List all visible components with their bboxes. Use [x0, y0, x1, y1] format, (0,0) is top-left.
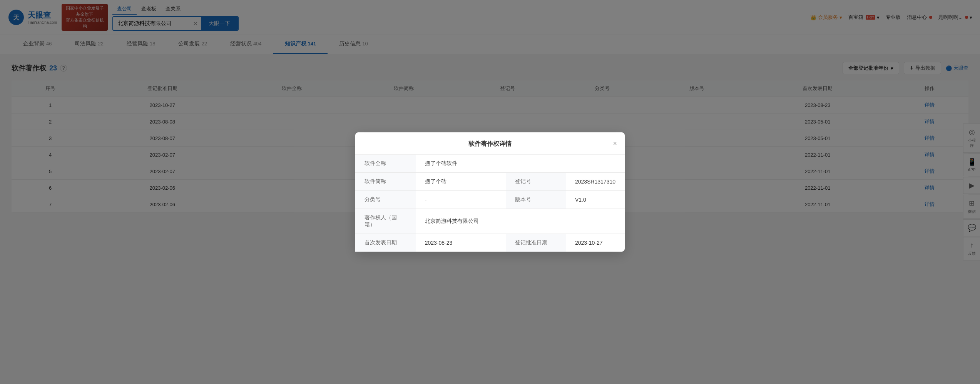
label-fullname: 软件全称	[355, 155, 416, 173]
value-regno: 2023SR1317310	[566, 173, 625, 191]
detail-row-shortname: 软件简称 搬了个砖 登记号 2023SR1317310	[355, 173, 625, 191]
value-shortname: 搬了个砖	[416, 173, 506, 191]
modal-overlay[interactable]: 软件著作权详情 × 软件全称 搬了个砖软件 软件简称 搬了个砖 登记号 2023…	[0, 0, 980, 384]
modal-body: 软件全称 搬了个砖软件 软件简称 搬了个砖 登记号 2023SR1317310 …	[355, 155, 625, 252]
value-pubdate: 2023-08-23	[416, 234, 506, 252]
label-catno: 分类号	[355, 191, 416, 209]
detail-row-pubdate: 首次发表日期 2023-08-23 登记批准日期 2023-10-27	[355, 234, 625, 252]
modal-header: 软件著作权详情 ×	[355, 132, 625, 155]
detail-row-catno: 分类号 - 版本号 V1.0	[355, 191, 625, 209]
detail-table: 软件全称 搬了个砖软件 软件简称 搬了个砖 登记号 2023SR1317310 …	[355, 155, 625, 252]
label-owner: 著作权人（国籍）	[355, 209, 416, 234]
value-owner: 北京简游科技有限公司	[416, 209, 625, 234]
value-catno: -	[416, 191, 506, 209]
value-version: V1.0	[566, 191, 625, 209]
detail-row-fullname: 软件全称 搬了个砖软件	[355, 155, 625, 173]
label-approvedate: 登记批准日期	[506, 234, 566, 252]
modal-dialog: 软件著作权详情 × 软件全称 搬了个砖软件 软件简称 搬了个砖 登记号 2023…	[355, 132, 625, 252]
value-approvedate: 2023-10-27	[566, 234, 625, 252]
label-pubdate: 首次发表日期	[355, 234, 416, 252]
detail-row-owner: 著作权人（国籍） 北京简游科技有限公司	[355, 209, 625, 234]
modal-close-button[interactable]: ×	[613, 140, 617, 147]
value-fullname: 搬了个砖软件	[416, 155, 625, 173]
modal-title: 软件著作权详情	[468, 140, 512, 148]
label-version: 版本号	[506, 191, 566, 209]
label-shortname: 软件简称	[355, 173, 416, 191]
label-regno: 登记号	[506, 173, 566, 191]
